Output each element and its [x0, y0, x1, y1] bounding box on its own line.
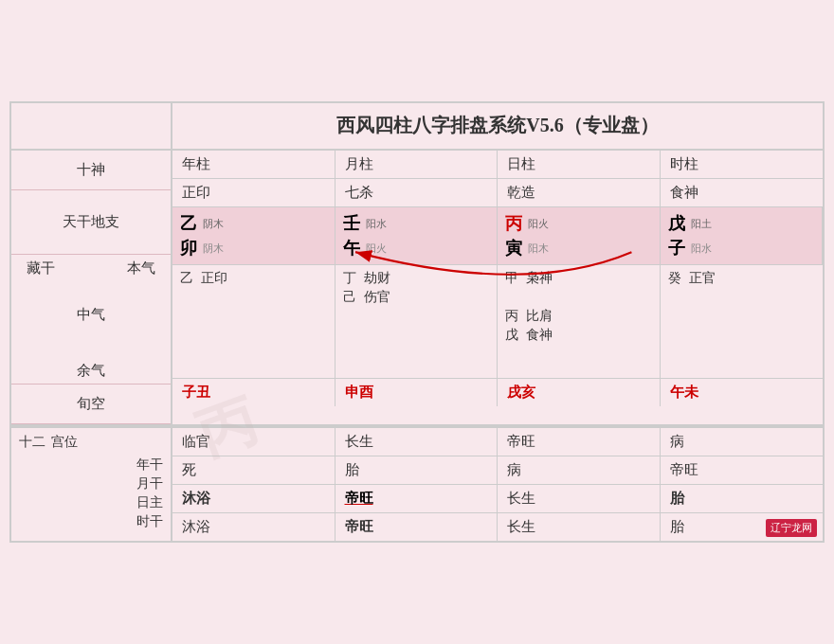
logo-badge: 辽宁龙网: [766, 519, 817, 537]
col-header-1: 月柱: [335, 151, 499, 178]
cg-role-3a: 正官: [689, 270, 716, 287]
col-headers: 年柱 月柱 日柱 时柱: [172, 151, 823, 179]
cg-benqi-0: 乙 正印: [180, 270, 327, 287]
br-2-3: 胎: [661, 485, 824, 512]
dz-char-3: 子: [668, 237, 685, 259]
tg-sub-1: 阳水: [366, 217, 387, 231]
chart-table: 西风四柱八字排盘系统V5.6（专业盘） 十神 天干 地支 藏干 本气: [9, 101, 825, 543]
br-row-0: 临官 长生 帝旺 病: [172, 428, 823, 456]
canggan-section: 乙 正印 丁 劫财 己 伤官: [172, 265, 823, 379]
bottom-sub-2: 日主: [136, 494, 163, 511]
bottom-left: 十二 宫位 年干 月干 日主 时干: [11, 428, 172, 541]
br-1-0: 死: [172, 456, 335, 484]
br-row-1: 死 胎 病 帝旺: [172, 456, 823, 485]
bottom-right: 临官 长生 帝旺 病 死 胎 病 帝旺 沐浴 帝旺 长生 胎: [172, 428, 823, 541]
bottom-sub-3: 时干: [136, 513, 163, 530]
cg-zhongqi2-2: 戊 食神: [505, 327, 652, 344]
xk-2: 戌亥: [498, 379, 661, 406]
label-canggan: 藏干 本气 中气 余气: [11, 255, 171, 385]
br-3-0: 沐浴: [172, 513, 335, 541]
br-row-3: 沐浴 帝旺 长生 胎: [172, 513, 823, 541]
br-2-2: 长生: [498, 485, 661, 512]
cg-extra-1: 己 伤官: [343, 289, 490, 306]
bottom-sub-0: 年干: [136, 456, 163, 474]
col-header-2: 日柱: [498, 151, 661, 178]
bottom-sub-1: 月干: [136, 475, 163, 492]
dz-sub-2: 阳木: [528, 242, 549, 256]
br-2-0: 沐浴: [172, 485, 335, 512]
right-table: 年柱 月柱 日柱 时柱 正印 七杀 乾造 食神 乙: [172, 151, 823, 424]
bottom-section: 十二 宫位 年干 月干 日主 时干 临官 长生 帝旺 病: [11, 426, 823, 541]
br-0-1: 长生: [335, 428, 499, 456]
label-canggan-text: 藏干: [27, 259, 55, 277]
cg-benqi-3: 癸 正官: [668, 270, 816, 287]
br-0-0: 临官: [172, 428, 335, 456]
bottom-header-2: 宫位: [51, 434, 78, 451]
cg-char-1a: 丁: [343, 270, 356, 287]
shishen-1: 七杀: [335, 179, 499, 206]
tg-char-2: 丙: [505, 212, 522, 235]
cg-role-2a: 枭神: [526, 270, 553, 287]
main-container: 西风四柱八字排盘系统V5.6（专业盘） 十神 天干 地支 藏干 本气: [9, 101, 825, 543]
cg-char-2a: 甲: [505, 270, 518, 287]
shishen-row: 正印 七杀 乾造 食神: [172, 179, 823, 207]
shishen-0: 正印: [172, 179, 335, 206]
tg-char-0: 乙: [180, 212, 197, 235]
left-labels: 十神 天干 地支 藏干 本气 中气 余气: [11, 151, 172, 424]
label-dizhi: 地支: [91, 213, 119, 231]
xunkong-row: 子丑 申酉 戌亥 午未: [172, 379, 823, 406]
tg-char-1: 壬: [343, 212, 360, 235]
label-tiandi: 天干 地支: [11, 190, 171, 255]
label-xunkong: 旬空: [11, 385, 171, 424]
cg-col-2: 甲 枭神 丙 比肩 戊 食神: [498, 265, 661, 378]
title-left-blank: [11, 103, 172, 149]
cg-col-3: 癸 正官: [661, 265, 824, 378]
xk-0: 子丑: [172, 379, 335, 406]
col-header-3: 时柱: [661, 151, 824, 178]
br-1-3: 帝旺: [661, 456, 824, 484]
xk-1: 申酉: [335, 379, 499, 406]
br-1-2: 病: [498, 456, 661, 484]
cg-role-2b: 比肩: [526, 308, 553, 325]
col-header-0: 年柱: [172, 151, 335, 178]
tg-sub-2: 阳火: [528, 217, 549, 231]
br-row-2: 沐浴 帝旺 长生 胎: [172, 485, 823, 513]
title: 西风四柱八字排盘系统V5.6（专业盘）: [172, 103, 823, 149]
shishen-3: 食神: [661, 179, 824, 206]
tiandi-col-2: 丙 阳火 寅 阳木: [498, 207, 661, 264]
tiandi-col-3: 戊 阳土 子 阳水: [661, 207, 824, 264]
label-yuqi: 余气: [77, 363, 105, 378]
tg-sub-0: 阴木: [203, 217, 224, 231]
br-1-1: 胎: [335, 456, 499, 484]
cg-char-0a: 乙: [180, 270, 193, 287]
content-row: 十神 天干 地支 藏干 本气 中气 余气: [11, 151, 823, 426]
tg-char-3: 戊: [668, 212, 685, 235]
label-tiangan: 天干: [63, 213, 91, 231]
cg-zhongqi-2: 丙 比肩: [505, 308, 652, 325]
cg-role-0a: 正印: [201, 270, 227, 287]
br-3-1: 帝旺: [335, 513, 499, 541]
br-2-1: 帝旺: [335, 485, 499, 512]
label-shishen: 十神: [11, 151, 171, 190]
tiandi-col-0: 乙 阴木 卯 阴木: [172, 207, 335, 264]
xk-3: 午未: [661, 379, 824, 406]
cg-col-0: 乙 正印: [172, 265, 335, 378]
cg-role-2c: 食神: [526, 327, 553, 344]
dz-char-1: 午: [343, 237, 360, 259]
cg-benqi-2: 甲 枭神: [505, 270, 652, 287]
label-zhongqi: 中气: [77, 307, 105, 322]
dz-char-2: 寅: [505, 237, 522, 259]
bottom-header-1: 十二: [19, 434, 45, 451]
tiandi-row: 乙 阴木 卯 阴木 壬 阳水: [172, 207, 823, 265]
cg-role-1a: 劫财: [364, 270, 390, 287]
cg-char-1b: 己: [343, 289, 356, 306]
dz-sub-1: 阳火: [366, 242, 387, 256]
br-3-2: 长生: [498, 513, 661, 541]
br-0-3: 病: [661, 428, 824, 456]
dz-sub-0: 阴木: [203, 242, 224, 256]
cg-char-3a: 癸: [668, 270, 681, 287]
label-benqi: 本气: [127, 259, 155, 277]
br-0-2: 帝旺: [498, 428, 661, 456]
tg-sub-3: 阳土: [691, 217, 712, 231]
cg-col-1: 丁 劫财 己 伤官: [335, 265, 499, 378]
